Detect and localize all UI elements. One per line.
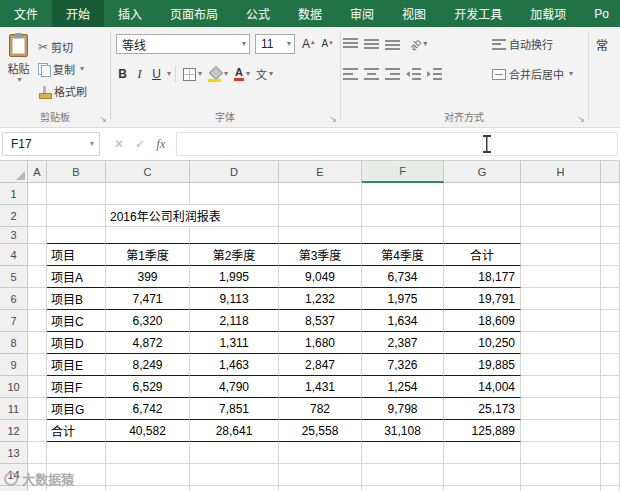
align-top-button[interactable] [343, 38, 358, 50]
cell-G2[interactable] [444, 205, 521, 227]
cell-C14[interactable] [106, 464, 190, 486]
cell-E10[interactable]: 1,431 [279, 376, 362, 398]
wrap-text-button[interactable]: 自动换行 [492, 36, 553, 52]
phonetic-guide-button[interactable]: 文 ▾ [253, 66, 276, 82]
cell-B4[interactable]: 项目 [47, 244, 106, 266]
cell-E15[interactable] [279, 486, 362, 491]
cell-H6[interactable] [521, 288, 601, 310]
borders-button[interactable]: ▾ [180, 68, 205, 81]
cell-A7[interactable] [28, 310, 47, 332]
cell-E4[interactable]: 第3季度 [279, 244, 362, 266]
merge-center-button[interactable]: 合并后居中 ▾ [492, 66, 573, 82]
insert-function-icon[interactable]: fx [156, 136, 165, 152]
cell-D3[interactable] [190, 227, 279, 244]
row-header-11[interactable]: 11 [0, 398, 28, 420]
cell-H9[interactable] [521, 354, 601, 376]
cell-D5[interactable]: 1,995 [190, 266, 279, 288]
cell-F13[interactable] [362, 442, 444, 464]
cut-button[interactable]: ✂ 剪切 [36, 36, 89, 58]
cell-B10[interactable]: 项目F [47, 376, 106, 398]
cell-D10[interactable]: 4,790 [190, 376, 279, 398]
row-header-13[interactable]: 13 [0, 442, 28, 464]
cell-D4[interactable]: 第2季度 [190, 244, 279, 266]
cell-G10[interactable]: 14,004 [444, 376, 521, 398]
number-format-select[interactable]: 常 [596, 36, 608, 53]
cell-G3[interactable] [444, 227, 521, 244]
cell-F11[interactable]: 9,798 [362, 398, 444, 420]
row-header-4[interactable]: 4 [0, 244, 28, 266]
cell-A12[interactable] [28, 420, 47, 442]
underline-button[interactable]: U [148, 64, 165, 84]
font-size-select[interactable]: 11 ▾ [255, 34, 295, 54]
cell-B13[interactable] [47, 442, 106, 464]
cell-G9[interactable]: 19,885 [444, 354, 521, 376]
cell-E11[interactable]: 782 [279, 398, 362, 420]
decrease-font-size-button[interactable]: A ▾ [322, 39, 333, 49]
cell-F14[interactable] [362, 464, 444, 486]
cell-C15[interactable] [106, 486, 190, 491]
cell-H1[interactable] [521, 183, 601, 205]
cell-H14[interactable] [521, 464, 601, 486]
cell-C11[interactable]: 6,742 [106, 398, 190, 420]
cell-D13[interactable] [190, 442, 279, 464]
column-header-H[interactable]: H [521, 161, 601, 183]
cell-C6[interactable]: 7,471 [106, 288, 190, 310]
cell-C10[interactable]: 6,529 [106, 376, 190, 398]
cell-F8[interactable]: 2,387 [362, 332, 444, 354]
cell-F4[interactable]: 第4季度 [362, 244, 444, 266]
cell-G14[interactable] [444, 464, 521, 486]
cell-H5[interactable] [521, 266, 601, 288]
cell-C3[interactable] [106, 227, 190, 244]
cell-C7[interactable]: 6,320 [106, 310, 190, 332]
cell-A3[interactable] [28, 227, 47, 244]
row-header-12[interactable]: 12 [0, 420, 28, 442]
column-header-B[interactable]: B [47, 161, 106, 183]
row-header-10[interactable]: 10 [0, 376, 28, 398]
cell-C8[interactable]: 4,872 [106, 332, 190, 354]
tab-po[interactable]: Po [580, 0, 620, 27]
cell-A8[interactable] [28, 332, 47, 354]
cell-H12[interactable] [521, 420, 601, 442]
cell-G5[interactable]: 18,177 [444, 266, 521, 288]
cell-B8[interactable]: 项目D [47, 332, 106, 354]
cell-G1[interactable] [444, 183, 521, 205]
cell-F12[interactable]: 31,108 [362, 420, 444, 442]
align-bottom-button[interactable] [385, 38, 400, 50]
font-dialog-launcher-icon[interactable]: ↘ [329, 115, 337, 124]
cell-D6[interactable]: 9,113 [190, 288, 279, 310]
cancel-icon[interactable]: ✕ [114, 137, 124, 151]
cell-C2[interactable]: 2016年公司利润报表 [106, 205, 190, 227]
orientation-button[interactable]: ab ▾ [403, 39, 430, 50]
cell-D8[interactable]: 1,311 [190, 332, 279, 354]
cell-H2[interactable] [521, 205, 601, 227]
cell-C13[interactable] [106, 442, 190, 464]
align-left-button[interactable] [343, 68, 358, 80]
cell-G7[interactable]: 18,609 [444, 310, 521, 332]
cell-C12[interactable]: 40,582 [106, 420, 190, 442]
font-color-button[interactable]: A ▾ [231, 67, 253, 81]
cell-E9[interactable]: 2,847 [279, 354, 362, 376]
cell-D11[interactable]: 7,851 [190, 398, 279, 420]
cell-G4[interactable]: 合计 [444, 244, 521, 266]
cell-E8[interactable]: 1,680 [279, 332, 362, 354]
cell-G12[interactable]: 125,889 [444, 420, 521, 442]
enter-icon[interactable]: ✓ [135, 137, 145, 151]
row-header-3[interactable]: 3 [0, 227, 28, 244]
cell-E13[interactable] [279, 442, 362, 464]
fill-color-button[interactable]: ▾ [205, 67, 231, 82]
chevron-down-icon[interactable]: ▾ [90, 140, 94, 148]
cell-E2[interactable] [279, 205, 362, 227]
cell-G11[interactable]: 25,173 [444, 398, 521, 420]
cell-D12[interactable]: 28,641 [190, 420, 279, 442]
column-header-E[interactable]: E [279, 161, 362, 183]
tab-review[interactable]: 审阅 [336, 0, 388, 27]
cell-E14[interactable] [279, 464, 362, 486]
cell-B6[interactable]: 项目B [47, 288, 106, 310]
paste-button[interactable]: 粘贴 ▾ [2, 32, 35, 84]
cell-C5[interactable]: 399 [106, 266, 190, 288]
copy-button[interactable]: 复制 ▾ [36, 58, 89, 80]
cell-G6[interactable]: 19,791 [444, 288, 521, 310]
cell-E3[interactable] [279, 227, 362, 244]
cell-H8[interactable] [521, 332, 601, 354]
column-header-A[interactable]: A [28, 161, 47, 183]
